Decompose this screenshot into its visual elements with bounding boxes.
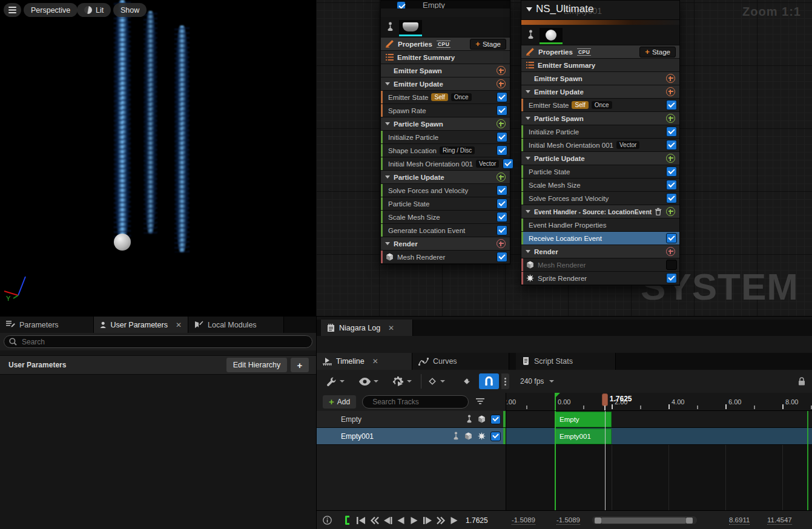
add-module-button[interactable] <box>666 207 675 216</box>
info-icon[interactable] <box>323 516 332 525</box>
stack-row-particle-state[interactable]: Particle State <box>381 197 510 211</box>
perspective-button[interactable]: Perspective <box>24 3 78 17</box>
system-overview-graph[interactable]: Zoom 1:1 SYSTEM Empty Properties CPU +St… <box>316 0 812 318</box>
add-module-button[interactable] <box>666 114 675 123</box>
track-timeline-area[interactable]: EmptyEmpty001 <box>506 411 812 511</box>
tab-user-parameters[interactable]: User Parameters ✕ <box>94 317 188 333</box>
module-enabled-checkbox[interactable] <box>497 145 507 156</box>
emitter-thumbnail[interactable] <box>540 28 563 42</box>
tab-parameters[interactable]: Parameters <box>0 317 94 333</box>
collapse-arrow-icon[interactable] <box>526 210 530 213</box>
add-module-button[interactable] <box>497 66 506 75</box>
stack-group-emitter-update[interactable]: Emitter Update <box>521 85 679 99</box>
stack-row-initial-mesh-orientation-001[interactable]: Initial Mesh Orientation 001Vector <box>381 157 510 171</box>
keyframe-options-dropdown[interactable] <box>427 370 445 393</box>
step-back-button[interactable] <box>381 514 394 527</box>
scrollbar-left-handle[interactable] <box>595 518 601 524</box>
module-enabled-checkbox[interactable] <box>666 260 677 270</box>
stack-group-particle-spawn[interactable]: Particle Spawn <box>381 117 510 131</box>
options-dropdown[interactable] <box>326 370 345 393</box>
stack-group-emitter-spawn[interactable]: Emitter Spawn <box>381 64 510 77</box>
module-enabled-checkbox[interactable] <box>666 193 677 203</box>
stack-row-shape-location[interactable]: Shape LocationRing / Disc <box>381 144 510 157</box>
stack-group-render[interactable]: Render <box>521 245 679 258</box>
loop-start-bracket-icon[interactable] <box>345 516 349 525</box>
track-search-input[interactable] <box>371 397 467 407</box>
emitter-node-title-bar[interactable]: Empty <box>381 1 510 8</box>
module-enabled-checkbox[interactable] <box>666 233 677 243</box>
stack-group-emitter-update[interactable]: Emitter Update <box>381 77 510 91</box>
view-options-dropdown[interactable] <box>359 370 378 393</box>
system-node-ns-ultimate[interactable]: Empty001 NS_Ultimate Properties CPU +Sta… <box>521 0 680 286</box>
filter-icon[interactable] <box>476 398 484 406</box>
emitter-lifetime-bar-empty001[interactable]: Empty001 <box>555 429 612 444</box>
module-enabled-checkbox[interactable] <box>666 273 677 283</box>
collapse-arrow-icon[interactable] <box>526 157 530 160</box>
track-enabled-checkbox[interactable] <box>490 415 501 424</box>
stack-row-initialize-particle[interactable]: Initialize Particle <box>521 125 679 139</box>
add-module-button[interactable] <box>497 79 506 88</box>
collapse-arrow-icon[interactable] <box>526 117 530 120</box>
module-enabled-checkbox[interactable] <box>497 92 507 102</box>
playhead-handle[interactable] <box>602 393 608 406</box>
playback-range-end-field[interactable]: 11.4547 <box>767 516 792 525</box>
tab-timeline[interactable]: Timeline ✕ <box>317 353 412 370</box>
collapse-arrow-icon[interactable] <box>385 82 390 85</box>
scrollbar-right-handle[interactable] <box>686 518 693 524</box>
parameters-search-input[interactable] <box>21 337 307 347</box>
stack-row-receive-location-event[interactable]: Receive Location Event <box>521 232 679 245</box>
collapse-arrow-icon[interactable] <box>385 242 390 245</box>
previous-key-button[interactable] <box>368 514 381 527</box>
stack-row-properties[interactable]: Properties CPU +Stage <box>381 38 510 51</box>
module-enabled-checkbox[interactable] <box>666 166 677 177</box>
tab-script-stats[interactable]: Script Stats <box>516 353 616 370</box>
stack-group-emitter-spawn[interactable]: Emitter Spawn <box>521 72 679 85</box>
tab-local-modules[interactable]: Local Modules <box>188 317 284 333</box>
add-module-button[interactable] <box>666 247 675 256</box>
track-enabled-checkbox[interactable] <box>490 432 501 441</box>
show-button[interactable]: Show <box>113 3 147 17</box>
module-enabled-checkbox[interactable] <box>503 159 513 169</box>
close-tab-icon[interactable]: ✕ <box>372 357 378 366</box>
module-enabled-checkbox[interactable] <box>497 252 507 262</box>
view-range-end-field[interactable]: 8.6911 <box>729 516 750 525</box>
bone-person-icon[interactable] <box>527 30 534 40</box>
tab-curves[interactable]: Curves <box>412 353 509 370</box>
snap-toggle-button[interactable] <box>479 373 499 389</box>
close-tab-icon[interactable]: ✕ <box>176 321 182 329</box>
stack-group-particle-spawn[interactable]: Particle Spawn <box>521 112 679 125</box>
stack-row-scale-mesh-size[interactable]: Scale Mesh Size <box>521 179 679 192</box>
viewport-menu-button[interactable] <box>4 3 21 17</box>
fps-dropdown[interactable]: 240 fps <box>520 370 554 393</box>
module-enabled-checkbox[interactable] <box>497 225 507 235</box>
stack-group-event-handler-source-locationevent[interactable]: Event Handler - Source: LocationEvent <box>521 205 679 218</box>
module-enabled-checkbox[interactable] <box>666 100 677 110</box>
scrollbar-thumb[interactable] <box>601 518 686 524</box>
collapse-arrow-icon[interactable] <box>385 122 390 125</box>
cube-icon[interactable] <box>478 415 486 423</box>
module-enabled-checkbox[interactable] <box>497 212 507 222</box>
stack-row-sprite-renderer[interactable]: Sprite Renderer <box>521 272 679 285</box>
stack-row-initial-mesh-orientation-001[interactable]: Initial Mesh Orientation 001Vector <box>521 139 679 152</box>
add-module-button[interactable] <box>497 119 506 128</box>
stack-row-emitter-summary[interactable]: Emitter Summary <box>521 59 679 72</box>
add-module-button[interactable] <box>666 87 675 96</box>
module-enabled-checkbox[interactable] <box>497 132 507 142</box>
lit-mode-button[interactable]: Lit <box>77 3 111 17</box>
auto-key-button[interactable] <box>462 370 473 393</box>
play-button[interactable] <box>408 514 421 527</box>
track-row-empty001[interactable]: Empty001 <box>317 428 506 445</box>
parameters-search-box[interactable] <box>4 335 312 348</box>
collapse-arrow-icon[interactable] <box>526 7 532 12</box>
play-reverse-button[interactable] <box>394 514 408 527</box>
emitter-thumbnail[interactable] <box>399 20 422 34</box>
module-enabled-checkbox[interactable] <box>497 105 507 116</box>
lock-button[interactable] <box>798 370 805 393</box>
jump-to-end-button[interactable] <box>447 514 461 527</box>
track-timeline-row[interactable] <box>506 428 812 445</box>
add-module-button[interactable] <box>666 74 675 83</box>
delete-event-handler-button[interactable] <box>655 208 662 215</box>
stack-row-scale-mesh-size[interactable]: Scale Mesh Size <box>381 211 510 224</box>
add-track-button[interactable]: +Add <box>323 395 356 409</box>
collapse-arrow-icon[interactable] <box>526 90 530 93</box>
